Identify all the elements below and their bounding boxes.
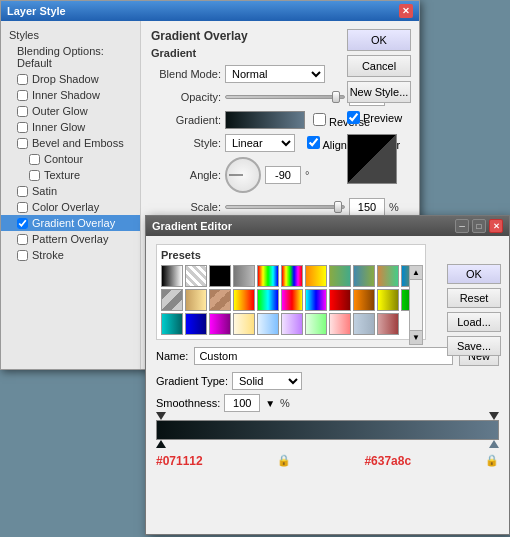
opacity-slider[interactable] bbox=[225, 95, 345, 99]
angle-input[interactable] bbox=[265, 166, 301, 184]
smoothness-input[interactable] bbox=[224, 394, 260, 412]
sidebar-item-blending[interactable]: Blending Options: Default bbox=[1, 43, 140, 71]
color-stop-left[interactable] bbox=[156, 440, 166, 448]
inner-glow-checkbox[interactable] bbox=[17, 122, 28, 133]
preview-checkbox[interactable] bbox=[347, 111, 360, 124]
opacity-slider-thumb[interactable] bbox=[332, 91, 340, 103]
preset-item[interactable] bbox=[257, 265, 279, 287]
drop-shadow-checkbox[interactable] bbox=[17, 74, 28, 85]
preset-item[interactable] bbox=[281, 313, 303, 335]
sidebar-item-pattern-overlay[interactable]: Pattern Overlay bbox=[1, 231, 140, 247]
contour-label: Contour bbox=[44, 153, 83, 165]
preset-item[interactable] bbox=[353, 289, 375, 311]
pattern-overlay-checkbox[interactable] bbox=[17, 234, 28, 245]
ge-load-button[interactable]: Load... bbox=[447, 312, 501, 332]
preset-item[interactable] bbox=[209, 313, 231, 335]
preset-item[interactable] bbox=[209, 289, 231, 311]
scale-input[interactable] bbox=[349, 198, 385, 216]
presets-scrollbar[interactable]: ▲ ▼ bbox=[409, 265, 423, 345]
scroll-up-arrow[interactable]: ▲ bbox=[410, 266, 422, 280]
scroll-down-arrow[interactable]: ▼ bbox=[410, 330, 422, 344]
preset-item[interactable] bbox=[233, 313, 255, 335]
sidebar-item-bevel-emboss[interactable]: Bevel and Emboss bbox=[1, 135, 140, 151]
preset-item[interactable] bbox=[257, 313, 279, 335]
sidebar-item-drop-shadow[interactable]: Drop Shadow bbox=[1, 71, 140, 87]
preset-item[interactable] bbox=[281, 289, 303, 311]
preset-item[interactable] bbox=[329, 289, 351, 311]
scale-slider-thumb[interactable] bbox=[334, 201, 342, 213]
lock-icon-left: 🔒 bbox=[277, 454, 291, 468]
preset-item[interactable] bbox=[329, 313, 351, 335]
layer-style-sidebar: Styles Blending Options: Default Drop Sh… bbox=[1, 21, 141, 369]
preset-item[interactable] bbox=[377, 265, 399, 287]
preset-item[interactable] bbox=[161, 289, 183, 311]
sidebar-styles-label: Styles bbox=[1, 27, 140, 43]
preset-item[interactable] bbox=[281, 265, 303, 287]
stroke-checkbox[interactable] bbox=[17, 250, 28, 261]
opacity-stop-left[interactable] bbox=[156, 412, 166, 420]
preset-item[interactable] bbox=[257, 289, 279, 311]
bevel-emboss-checkbox[interactable] bbox=[17, 138, 28, 149]
ge-minimize-button[interactable]: ─ bbox=[455, 219, 469, 233]
preset-item[interactable] bbox=[377, 313, 399, 335]
name-input[interactable] bbox=[194, 347, 453, 365]
gradient-bar[interactable] bbox=[156, 420, 499, 440]
lock-icon-right: 🔒 bbox=[485, 454, 499, 468]
sidebar-item-color-overlay[interactable]: Color Overlay bbox=[1, 199, 140, 215]
preset-item[interactable] bbox=[329, 265, 351, 287]
style-select[interactable]: Linear Radial Angle bbox=[225, 134, 295, 152]
preset-item[interactable] bbox=[233, 265, 255, 287]
opacity-stop-right[interactable] bbox=[489, 412, 499, 420]
sidebar-item-gradient-overlay[interactable]: Gradient Overlay bbox=[1, 215, 140, 231]
ge-reset-button[interactable]: Reset bbox=[447, 288, 501, 308]
window-actions: OK Cancel New Style... Preview bbox=[347, 29, 411, 184]
contour-checkbox[interactable] bbox=[29, 154, 40, 165]
inner-shadow-checkbox[interactable] bbox=[17, 90, 28, 101]
preset-item[interactable] bbox=[161, 313, 183, 335]
preset-item[interactable] bbox=[305, 265, 327, 287]
preset-item[interactable] bbox=[305, 313, 327, 335]
satin-checkbox[interactable] bbox=[17, 186, 28, 197]
new-style-button[interactable]: New Style... bbox=[347, 81, 411, 103]
texture-checkbox[interactable] bbox=[29, 170, 40, 181]
blend-mode-select[interactable]: Normal Multiply Screen bbox=[225, 65, 325, 83]
outer-glow-label: Outer Glow bbox=[32, 105, 88, 117]
preset-item[interactable] bbox=[353, 265, 375, 287]
color-stop-right[interactable] bbox=[489, 440, 499, 448]
outer-glow-checkbox[interactable] bbox=[17, 106, 28, 117]
sidebar-item-texture[interactable]: Texture bbox=[1, 167, 140, 183]
blend-mode-label: Blend Mode: bbox=[151, 68, 221, 80]
preset-item[interactable] bbox=[185, 313, 207, 335]
smoothness-stepper[interactable]: ▼ bbox=[265, 398, 275, 409]
preset-item[interactable] bbox=[185, 289, 207, 311]
sidebar-item-satin[interactable]: Satin bbox=[1, 183, 140, 199]
ge-ok-button[interactable]: OK bbox=[447, 264, 501, 284]
preset-item[interactable] bbox=[185, 265, 207, 287]
ge-maximize-button[interactable]: □ bbox=[472, 219, 486, 233]
preset-item[interactable] bbox=[305, 289, 327, 311]
sidebar-item-contour[interactable]: Contour bbox=[1, 151, 140, 167]
sidebar-item-inner-glow[interactable]: Inner Glow bbox=[1, 119, 140, 135]
gradient-type-select[interactable]: Solid Noise bbox=[232, 372, 302, 390]
preset-item[interactable] bbox=[377, 289, 399, 311]
align-checkbox[interactable] bbox=[307, 136, 320, 149]
cancel-button[interactable]: Cancel bbox=[347, 55, 411, 77]
ge-close-button[interactable]: ✕ bbox=[489, 219, 503, 233]
sidebar-item-inner-shadow[interactable]: Inner Shadow bbox=[1, 87, 140, 103]
sidebar-item-outer-glow[interactable]: Outer Glow bbox=[1, 103, 140, 119]
preset-item[interactable] bbox=[161, 265, 183, 287]
ok-button[interactable]: OK bbox=[347, 29, 411, 51]
angle-degree: ° bbox=[305, 169, 309, 181]
layer-style-close-button[interactable]: ✕ bbox=[399, 4, 413, 18]
angle-dial[interactable] bbox=[225, 157, 261, 193]
color-overlay-checkbox[interactable] bbox=[17, 202, 28, 213]
preset-item[interactable] bbox=[233, 289, 255, 311]
ge-save-button[interactable]: Save... bbox=[447, 336, 501, 356]
sidebar-item-stroke[interactable]: Stroke bbox=[1, 247, 140, 263]
reverse-checkbox[interactable] bbox=[313, 113, 326, 126]
preset-item[interactable] bbox=[209, 265, 231, 287]
gradient-swatch[interactable] bbox=[225, 111, 305, 129]
preset-item[interactable] bbox=[353, 313, 375, 335]
scale-slider[interactable] bbox=[225, 205, 345, 209]
gradient-overlay-checkbox[interactable] bbox=[17, 218, 28, 229]
